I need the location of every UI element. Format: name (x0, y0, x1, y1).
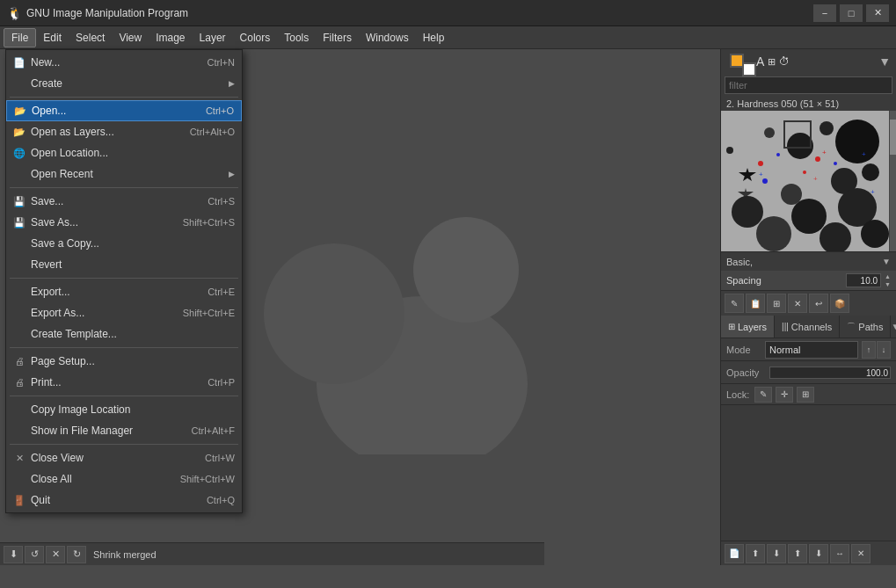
zoom-out-button[interactable]: ⬇ (4, 546, 23, 563)
menu-entry-close-all[interactable]: Close All Shift+Ctrl+W (6, 468, 242, 490)
brush-category-name: Basic, (726, 257, 753, 267)
menu-entry-create[interactable]: Create ▶ (6, 73, 242, 94)
menu-entry-quit[interactable]: 🚪 Quit Ctrl+Q (6, 490, 242, 511)
close-button[interactable]: ✕ (866, 4, 889, 22)
shrink-merged-label: Shrink merged (88, 549, 162, 560)
maximize-button[interactable]: □ (840, 4, 863, 22)
color-swatches[interactable] (730, 54, 756, 76)
channels-tab-label: Channels (791, 322, 832, 332)
menu-entry-save-as[interactable]: 💾 Save As... Shift+Ctrl+S (6, 212, 242, 233)
menu-entry-export-as[interactable]: Export As... Shift+Ctrl+E (6, 302, 242, 323)
brush-category-arrow[interactable]: ▼ (882, 257, 891, 266)
menu-entry-open[interactable]: 📂 Open... Ctrl+O (6, 100, 242, 121)
brush-preview-svg: + + + + + (721, 111, 890, 251)
svg-text:+: + (871, 188, 875, 196)
menu-item-filters[interactable]: Filters (316, 28, 359, 47)
brush-duplicate-button[interactable]: 📋 (746, 294, 765, 313)
lock-position-button[interactable]: ✛ (776, 387, 793, 403)
menu-entry-export[interactable]: Export... Ctrl+E (6, 281, 242, 302)
brush-panel-header: A ⊞ ⏱ ▼ (721, 49, 896, 74)
menu-item-file[interactable]: File (4, 28, 36, 47)
app-icon: 🐧 (7, 6, 21, 20)
menu-entry-show-file-manager[interactable]: Show in File Manager Ctrl+Alt+F (6, 420, 242, 441)
spacing-arrows[interactable]: ▲ ▼ (885, 273, 891, 287)
redo-button[interactable]: ↻ (67, 546, 86, 563)
brush-scrollbar-thumb[interactable] (890, 120, 896, 155)
pattern-icon: ⊞ (768, 56, 776, 68)
spacing-label: Spacing (726, 275, 842, 286)
tab-layers[interactable]: ⊞ Layers (721, 316, 775, 338)
tab-paths[interactable]: ⌒ Paths (840, 316, 891, 338)
svg-point-15 (732, 196, 763, 228)
menu-item-edit[interactable]: Edit (36, 28, 69, 47)
minimize-button[interactable]: − (813, 4, 836, 22)
svg-point-4 (835, 120, 879, 163)
raise-layer-button[interactable]: ⬆ (746, 544, 765, 563)
layers-tab-label: Layers (738, 322, 767, 332)
menu-entry-open-as-layers[interactable]: 📂 Open as Layers... Ctrl+Alt+O (6, 121, 242, 142)
lock-alpha-button[interactable]: ⊞ (797, 387, 814, 403)
svg-point-18 (756, 216, 791, 251)
delete-layer-button[interactable]: ✕ (851, 544, 871, 563)
merge-layer-button[interactable]: ↔ (830, 544, 849, 563)
lock-row: Lock: ✎ ✛ ⊞ (721, 384, 896, 405)
separator-2 (10, 187, 238, 188)
menu-entry-save[interactable]: 💾 Save... Ctrl+S (6, 191, 242, 212)
menu-entry-save-copy[interactable]: Save a Copy... (6, 233, 242, 254)
opacity-slider-value: 100.0 (866, 368, 888, 378)
menu-entry-create-template[interactable]: Create Template... (6, 323, 242, 345)
clear-button[interactable]: ✕ (46, 546, 65, 563)
spacing-row: Spacing 10.0 ▲ ▼ (721, 271, 896, 290)
menu-item-windows[interactable]: Windows (359, 28, 416, 47)
save-as-icon: 💾 (11, 217, 27, 229)
menu-entry-print[interactable]: 🖨 Print... Ctrl+P (6, 372, 242, 393)
tab-channels[interactable]: ||| Channels (775, 316, 840, 338)
brush-preview-image: + + + + + (721, 111, 896, 251)
new-layer-button[interactable]: 📄 (725, 544, 744, 563)
window-title: GNU Image Manipulation Program (26, 7, 813, 19)
brush-delete-button[interactable]: ✕ (788, 294, 807, 313)
mode-next-button[interactable]: ↓ (877, 341, 891, 359)
menu-entry-copy-location[interactable]: Copy Image Location (6, 399, 242, 420)
brush-create-button[interactable]: ⊞ (767, 294, 786, 313)
brush-edit-button[interactable]: ✎ (725, 294, 744, 313)
spacing-up-arrow[interactable]: ▲ (885, 273, 891, 279)
undo-button[interactable]: ↺ (25, 546, 44, 563)
menu-item-select[interactable]: Select (69, 28, 112, 47)
page-setup-icon: 🖨 (11, 356, 27, 367)
menu-item-tools[interactable]: Tools (277, 28, 316, 47)
anchor-layer-button[interactable]: ⬇ (809, 544, 828, 563)
menu-bar: File Edit Select View Image Layer Colors… (0, 26, 896, 49)
panel-config-button[interactable]: ▼ (878, 54, 891, 69)
brush-category-label: Basic, ▼ (721, 251, 896, 271)
menu-entry-open-recent[interactable]: Open Recent ▶ (6, 163, 242, 185)
menu-entry-revert[interactable]: Revert (6, 254, 242, 275)
opacity-slider[interactable]: 100.0 (769, 367, 891, 379)
canvas-bottom-toolbar: ⬇ ↺ ✕ ↻ Shrink merged (0, 542, 544, 565)
spacing-down-arrow[interactable]: ▼ (885, 281, 891, 287)
layers-panel-config[interactable]: ▼ (891, 316, 896, 338)
menu-item-help[interactable]: Help (416, 28, 452, 47)
menu-entry-new[interactable]: 📄 New... Ctrl+N (6, 52, 242, 73)
font-icon: A (756, 54, 764, 69)
menu-entry-open-location[interactable]: 🌐 Open Location... (6, 142, 242, 163)
menu-entry-close-view[interactable]: ✕ Close View Ctrl+W (6, 447, 242, 468)
brush-path-button[interactable]: 📦 (830, 294, 849, 313)
menu-item-view[interactable]: View (112, 28, 149, 47)
lock-pixels-button[interactable]: ✎ (754, 387, 772, 403)
menu-item-colors[interactable]: Colors (233, 28, 278, 47)
mode-select[interactable]: Normal (765, 341, 858, 359)
mode-prev-button[interactable]: ↑ (862, 341, 876, 359)
menu-item-image[interactable]: Image (149, 28, 192, 47)
brush-filter-input[interactable] (725, 76, 892, 94)
lower-layer-button[interactable]: ⬇ (767, 544, 786, 563)
brush-scrollbar[interactable] (889, 111, 896, 251)
duplicate-layer-button[interactable]: ⬆ (788, 544, 807, 563)
brush-refresh-button[interactable]: ↩ (809, 294, 828, 313)
svg-point-16 (791, 199, 827, 234)
menu-item-layer[interactable]: Layer (193, 28, 233, 47)
menu-entry-page-setup[interactable]: 🖨 Page Setup... (6, 351, 242, 372)
foreground-color[interactable] (730, 54, 744, 68)
background-color[interactable] (742, 62, 756, 76)
spacing-value[interactable]: 10.0 (846, 273, 881, 287)
